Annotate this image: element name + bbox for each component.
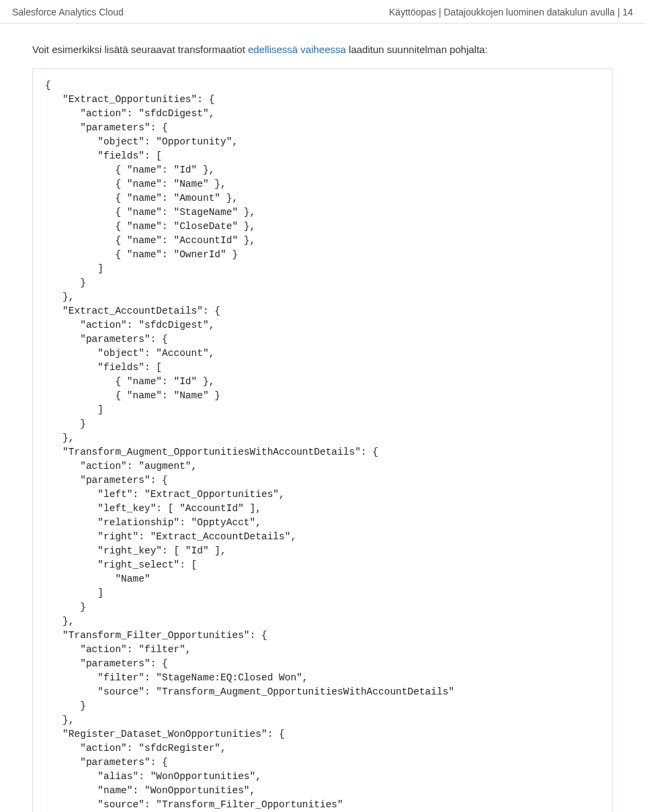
page-content: Voit esimerkiksi lisätä seuraavat transf… <box>0 24 645 812</box>
intro-paragraph: Voit esimerkiksi lisätä seuraavat transf… <box>32 42 613 58</box>
intro-link[interactable]: edellisessä vaiheessa <box>248 44 346 55</box>
intro-suffix: laaditun suunnitelman pohjalta: <box>346 44 488 55</box>
intro-prefix: Voit esimerkiksi lisätä seuraavat transf… <box>32 44 248 55</box>
page-header: Salesforce Analytics Cloud Käyttöopas | … <box>0 0 645 24</box>
header-right: Käyttöopas | Datajoukkojen luominen data… <box>389 7 633 17</box>
code-block: { "Extract_Opportunities": { "action": "… <box>32 69 613 813</box>
header-left: Salesforce Analytics Cloud <box>12 7 124 17</box>
